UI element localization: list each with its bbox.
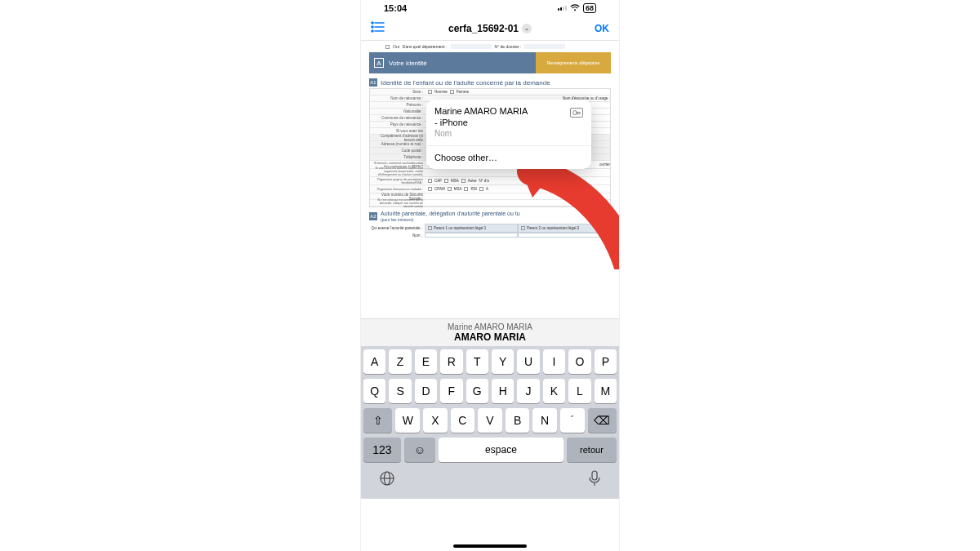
key-h[interactable]: H [492, 379, 514, 403]
status-bar: 15:04 68 [361, 0, 619, 16]
key-j[interactable]: J [517, 379, 539, 403]
lbl-cpam: CPAM [434, 187, 445, 191]
lbl-a2-nom: Nom : [369, 233, 425, 238]
key-c[interactable]: C [451, 408, 475, 433]
lbl-caf: CAF [434, 179, 442, 183]
key-a[interactable]: A [363, 349, 385, 374]
key-u[interactable]: U [517, 349, 539, 374]
oui-checkbox[interactable] [385, 45, 390, 49]
lbl-commune: Commune de naissance : [370, 115, 425, 121]
key-g[interactable]: G [466, 379, 488, 403]
key-l[interactable]: L [568, 379, 590, 403]
key-w[interactable]: W [395, 408, 420, 433]
key-z[interactable]: Z [389, 349, 411, 374]
lbl-sexe: Sexe : [370, 89, 425, 95]
key-v[interactable]: V [478, 408, 502, 433]
lbl-nat: Nationalité : [370, 109, 425, 114]
autofill-suggestion[interactable]: Marine AMARO MARIA - iPhone Nom [426, 100, 591, 146]
tab-parent1[interactable]: Parent 1 ou représentant légal 1 [425, 224, 518, 233]
autofill-field: Nom [434, 129, 528, 140]
key-p[interactable]: P [595, 349, 617, 374]
key-r[interactable]: R [440, 349, 462, 374]
key-q[interactable]: Q [363, 379, 385, 403]
dossier-field[interactable] [524, 44, 565, 49]
nav-bar: cerfa_15692-01 ⌄ OK [361, 16, 619, 41]
lbl-a: A [486, 187, 488, 191]
key-e[interactable]: E [415, 349, 437, 374]
a2-title: Autorité parentale, délégation d'autorit… [381, 211, 520, 216]
lbl-pays: Pays de naissance : [370, 122, 425, 127]
key-m[interactable]: M [595, 379, 617, 403]
key-i[interactable]: I [543, 349, 565, 374]
key-o[interactable]: O [568, 349, 590, 374]
lbl-p1: Parent 1 ou représentant légal 1 [434, 226, 486, 230]
wifi-icon [570, 4, 580, 13]
globe-icon[interactable] [379, 470, 395, 491]
cb-rsi[interactable] [464, 187, 468, 191]
key-n[interactable]: N [532, 408, 557, 433]
quicktype-bar[interactable]: Marine AMARO MARIA AMARO MARIA [361, 318, 619, 346]
annotation-arrow [514, 155, 619, 269]
quicktype-line2: AMARO MARIA [361, 331, 619, 343]
ok-button[interactable]: OK [595, 23, 609, 34]
key-row-2: Q S D F G H J K L M [363, 379, 617, 403]
dept-field[interactable] [451, 44, 492, 49]
doc-title-text: cerfa_15692-01 [448, 23, 519, 34]
key-t[interactable]: T [466, 349, 488, 374]
key-x[interactable]: X [423, 408, 448, 433]
key-s[interactable]: S [389, 379, 411, 403]
quicktype-line1: Marine AMARO MARIA [361, 322, 619, 331]
autofill-device: - iPhone [434, 118, 528, 129]
svg-point-0 [372, 22, 373, 24]
autofill-name: Marine AMARO MARIA [434, 106, 528, 118]
lbl-dom: Si vous avez élu domicile auprès d'un or… [370, 169, 425, 176]
key-shift[interactable]: ⇧ [363, 408, 392, 433]
autofill-popup: Marine AMARO MARIA - iPhone Nom Choose o… [426, 100, 591, 169]
key-space[interactable]: espace [439, 438, 564, 462]
lbl-femme: Femme [457, 90, 469, 94]
key-d[interactable]: D [415, 379, 437, 403]
document-viewport[interactable]: Oui Dans quel département : N° de dossie… [361, 41, 619, 318]
lbl-autre: Autre [468, 179, 477, 183]
cb-msa1[interactable] [444, 179, 448, 183]
mic-icon[interactable] [588, 470, 601, 491]
key-accent[interactable]: ´ [560, 408, 585, 433]
key-backspace[interactable]: ⌫ [588, 408, 617, 433]
list-icon[interactable] [371, 20, 385, 37]
key-emoji[interactable]: ☺ [404, 438, 435, 462]
doc-title[interactable]: cerfa_15692-01 ⌄ [448, 23, 532, 34]
key-y[interactable]: Y [492, 349, 514, 374]
dossier-label: N° de dossier : [495, 44, 522, 49]
cb-autre[interactable] [461, 179, 466, 183]
doc-top-row: Oui Dans quel département : N° de dossie… [361, 41, 619, 51]
lbl-nss2: Si c'est celui qui est concerné par la d… [370, 200, 425, 206]
cb-a[interactable] [479, 187, 483, 191]
autofill-choose-other[interactable]: Choose other… [426, 146, 591, 169]
cb-caf[interactable] [428, 179, 432, 183]
lbl-addr: Adresse (numéro et rue) : [370, 141, 425, 147]
signal-icon [558, 6, 567, 11]
lbl-msa2: MSA [454, 187, 462, 191]
a1-badge: A1 [369, 78, 377, 87]
home-indicator[interactable] [453, 544, 527, 548]
status-time: 15:04 [384, 3, 407, 13]
band-badge: Renseignements obligatoires [536, 52, 611, 73]
status-right: 68 [558, 3, 596, 13]
key-f[interactable]: F [440, 379, 462, 403]
autofill-other-label: Choose other… [434, 153, 497, 162]
phone-frame: 15:04 68 cerfa_15692-01 ⌄ OK Oui Dans qu… [360, 0, 620, 551]
key-row-3: ⇧ W X C V B N ´ ⌫ [363, 408, 617, 433]
lbl-prenoms: Prénoms : [370, 102, 425, 108]
key-b[interactable]: B [506, 408, 530, 433]
field-p1-nom[interactable] [425, 233, 518, 238]
svg-point-2 [372, 26, 373, 28]
svg-rect-9 [592, 471, 597, 480]
key-return[interactable]: retour [567, 438, 617, 462]
cb-msa2[interactable] [448, 187, 452, 191]
cb-femme[interactable] [450, 90, 454, 94]
cb-cpam[interactable] [428, 187, 432, 191]
key-123[interactable]: 123 [363, 438, 401, 462]
cb-homme[interactable] [428, 90, 432, 94]
key-k[interactable]: K [543, 379, 565, 403]
cb-p1[interactable] [428, 226, 432, 230]
